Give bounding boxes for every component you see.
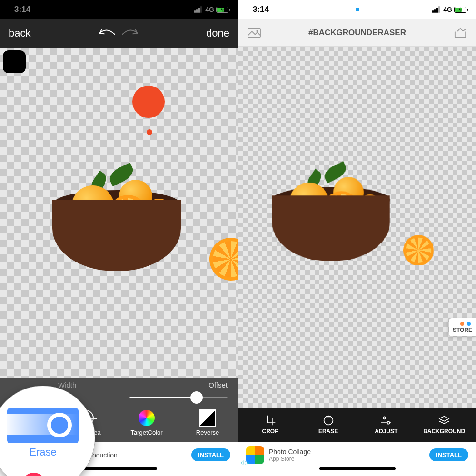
erase-tool[interactable]: ERASE bbox=[305, 415, 352, 435]
ad-text: Photo Collage App Store bbox=[269, 448, 429, 462]
reverse-label: Reverse bbox=[196, 429, 219, 436]
undo-icon[interactable] bbox=[97, 28, 116, 39]
offset-slider-label: Offset bbox=[208, 381, 228, 389]
signal-icon bbox=[194, 6, 202, 13]
home-indicator[interactable] bbox=[81, 467, 157, 470]
adjust-icon bbox=[379, 415, 393, 426]
erase-tool-button[interactable] bbox=[7, 408, 79, 443]
adjust-label: ADJUST bbox=[375, 428, 397, 435]
right-screenshot: 3:14 4G ϟ #BACKGROUNDERASER STORE bbox=[238, 0, 476, 476]
svg-rect-0 bbox=[248, 28, 260, 37]
erase-label: ERASE bbox=[318, 428, 338, 435]
brush-preview-icon bbox=[132, 86, 165, 118]
background-tool[interactable]: BACKGROUND bbox=[420, 415, 468, 435]
erase-icon bbox=[47, 413, 72, 437]
ad-banner[interactable]: Photo Collage App Store INSTALL ⓘ✕ bbox=[238, 442, 476, 467]
width-slider-label: Width bbox=[58, 381, 76, 389]
battery-icon: ϟ bbox=[454, 7, 466, 13]
preview-thumb[interactable] bbox=[3, 50, 26, 73]
svg-point-2 bbox=[324, 416, 333, 425]
reverse-icon bbox=[199, 409, 216, 427]
svg-point-4 bbox=[387, 422, 390, 424]
network-label: 4G bbox=[205, 6, 214, 13]
crop-icon bbox=[264, 415, 277, 426]
target-color-label: TargetColor bbox=[130, 429, 162, 436]
background-label: BACKGROUND bbox=[423, 428, 465, 435]
callout-peek-icon bbox=[20, 471, 48, 476]
recording-indicator-icon bbox=[356, 8, 359, 11]
ad-subtitle: App Store bbox=[269, 456, 429, 462]
target-color-icon bbox=[139, 410, 155, 426]
redo-icon[interactable] bbox=[121, 28, 140, 39]
battery-icon: ϟ bbox=[216, 7, 228, 13]
result-canvas[interactable]: STORE bbox=[238, 47, 476, 408]
bottom-toolbar: CROP ERASE ADJUST BACKGROUND bbox=[238, 408, 476, 442]
install-button[interactable]: INSTALL bbox=[191, 448, 230, 461]
status-time: 3:14 bbox=[14, 5, 30, 14]
svg-point-1 bbox=[256, 30, 258, 32]
signal-icon bbox=[432, 6, 440, 13]
erase-label: Erase bbox=[29, 446, 56, 458]
status-bar: 3:14 4G ϟ bbox=[0, 0, 238, 19]
install-button[interactable]: INSTALL bbox=[429, 448, 468, 461]
adjust-tool[interactable]: ADJUST bbox=[362, 415, 410, 435]
ad-title: Photo Collage bbox=[269, 448, 311, 456]
brush-cursor-icon bbox=[147, 129, 152, 135]
svg-point-3 bbox=[383, 417, 386, 419]
done-button[interactable]: done bbox=[206, 27, 229, 39]
reverse-tool[interactable]: Reverse bbox=[191, 409, 224, 436]
gallery-icon[interactable] bbox=[247, 27, 261, 39]
background-icon bbox=[437, 415, 451, 426]
crop-label: CROP bbox=[262, 428, 279, 435]
app-top-bar: #BACKGROUNDERASER bbox=[238, 19, 476, 47]
target-color-tool[interactable]: TargetColor bbox=[130, 409, 163, 436]
share-icon[interactable] bbox=[453, 27, 467, 39]
status-time: 3:14 bbox=[253, 5, 269, 14]
app-title: #BACKGROUNDERASER bbox=[308, 28, 406, 38]
crop-tool[interactable]: CROP bbox=[247, 415, 294, 435]
back-button[interactable]: back bbox=[9, 27, 30, 39]
status-bar: 3:14 4G ϟ bbox=[238, 0, 476, 19]
home-indicator[interactable] bbox=[319, 467, 396, 470]
left-screenshot: 3:14 4G ϟ back done bbox=[0, 0, 238, 476]
store-badge[interactable]: STORE bbox=[449, 318, 476, 336]
erase-icon bbox=[322, 415, 335, 426]
editor-top-bar: back done bbox=[0, 19, 238, 48]
network-label: 4G bbox=[443, 6, 452, 13]
adchoices-icon[interactable]: ⓘ✕ bbox=[241, 460, 250, 466]
offset-slider[interactable] bbox=[129, 389, 228, 406]
editor-canvas[interactable] bbox=[0, 48, 238, 378]
